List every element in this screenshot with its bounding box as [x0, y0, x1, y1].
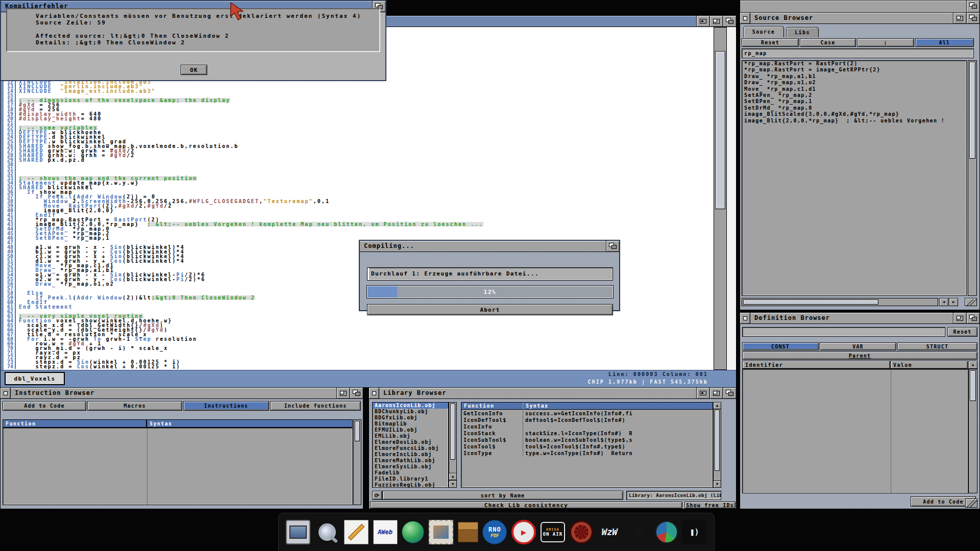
instruction-list[interactable] [3, 428, 353, 505]
sort-by-name-button[interactable]: sort by Name [382, 491, 623, 500]
source-browser-titlebar[interactable]: Source Browser [740, 13, 979, 24]
library-list-item[interactable]: Fadelib [373, 470, 448, 476]
ok-button[interactable]: OK [181, 65, 207, 75]
definition-vscrollbar[interactable] [968, 369, 977, 493]
display-prefs-icon[interactable] [286, 520, 310, 544]
library-list-item[interactable]: ElmoreMathLib.obj [373, 458, 448, 464]
source-result-item[interactable]: Draw_ *rp_map,o1,o2 [742, 80, 966, 86]
library-list-item[interactable]: FileID.library1 [373, 476, 448, 482]
abort-button[interactable]: Abort [367, 304, 613, 315]
tab-const[interactable]: CONST [742, 342, 819, 350]
wzw-tool-icon[interactable]: WzW [597, 520, 622, 544]
scrollbar-thumb[interactable] [969, 62, 975, 159]
code-line[interactable]: 20#display_height= 480 [4, 116, 483, 121]
include-functions-button[interactable]: Include functions [270, 401, 361, 411]
tab-struct[interactable]: STRUCT [897, 342, 977, 350]
library-list-item[interactable]: ElmoreSysLib.obj [373, 464, 448, 470]
source-result-item[interactable]: SetBPen_ *rp_map,1 [742, 98, 966, 105]
depth-gadget[interactable] [723, 16, 736, 27]
source-result-item[interactable]: image_BlitScaled{3,0,0,#gXd,#gYd,*rp_map… [742, 111, 966, 117]
package-box-icon[interactable] [458, 522, 478, 542]
parent-button[interactable]: Parent [742, 352, 977, 360]
depth-gadget[interactable] [723, 388, 736, 398]
definition-browser-titlebar[interactable]: Definition Browser [740, 313, 979, 324]
tab-source[interactable]: Source [743, 26, 784, 37]
scroll-up-arrow[interactable]: ▲ [713, 402, 721, 409]
globe-network-icon[interactable] [402, 521, 424, 543]
function-row[interactable]: IconTool$tool$=IconTool$(Info#,type$) [461, 443, 713, 450]
pie-chart-icon[interactable] [655, 521, 678, 543]
source-result-list[interactable]: *rp_map.RastPort = RastPort(2)*rp_map.Ra… [742, 60, 967, 296]
source-list-hscrollbar[interactable] [742, 298, 938, 306]
case-button[interactable]: Case [800, 38, 856, 47]
column-header-function[interactable]: Function [3, 419, 146, 428]
screen-depth-gadget[interactable] [966, 1, 979, 12]
scrollbar-thumb[interactable] [355, 421, 360, 441]
close-gadget[interactable] [369, 388, 379, 398]
on-air-radio-icon[interactable]: AMIGAON AIR [541, 522, 565, 542]
scrollbar-thumb[interactable] [450, 404, 455, 460]
library-function-list[interactable]: Function Syntax GetIconInfosuccess.w=Get… [461, 402, 713, 488]
function-row[interactable]: IconTypetype.w=IconType(Info#) Return [461, 450, 713, 457]
cycle-gadget-icon[interactable]: ⟳ [372, 491, 382, 500]
instructions-button[interactable]: Instructions [183, 401, 269, 411]
code-line[interactable]: 31 [4, 167, 483, 171]
library-list-item[interactable]: ElmoreFuncsLib.obj [373, 445, 448, 452]
code-line[interactable]: 35SHARED blickwinkel [4, 185, 483, 190]
source-result-item[interactable]: *rp_map.RastPort = RastPort(2) [742, 61, 966, 67]
red-wheel-icon[interactable] [570, 520, 593, 544]
search-tool-icon[interactable] [315, 520, 339, 544]
depth-gadget[interactable] [350, 388, 363, 398]
source-result-item[interactable]: *rp_map.RastPort = image_GetRPPtr{2} [742, 67, 966, 73]
library-list-item[interactable]: ElmoreIncLib.obj [373, 452, 448, 458]
close-gadget[interactable] [740, 313, 750, 323]
macros-button[interactable]: Macros [87, 401, 182, 411]
function-row[interactable]: IconDefTool$deftool$=IconDefTool$(Info#) [461, 417, 713, 423]
code-line[interactable]: 30 [4, 162, 483, 167]
depth-gadget[interactable] [966, 313, 979, 323]
resize-gadget[interactable] [965, 498, 977, 508]
column-header-value[interactable]: Value [890, 361, 968, 369]
source-result-item[interactable]: image_Blit{2,0,0,*rp_map} ; &lt;-- ueble… [742, 118, 966, 124]
filter-input[interactable]: rp_map [742, 48, 974, 58]
source-result-item[interactable]: Move_ *rp_map,c1,d1 [742, 86, 966, 92]
column-header-function[interactable]: Function [461, 403, 523, 410]
code-line[interactable]: 16; -- dimensions of the voxelspace &amp… [4, 98, 483, 103]
compiling-titlebar[interactable]: Compiling... [360, 241, 619, 252]
definition-filter-input[interactable] [742, 327, 945, 337]
library-list-item[interactable]: AaronsIconLib.obj [373, 403, 448, 409]
library-function-vscrollbar[interactable]: ▲ ▼ [713, 402, 721, 488]
add-to-code-button[interactable]: Add to Code [3, 401, 86, 411]
text-editor-icon[interactable] [344, 520, 369, 544]
media-player-icon[interactable]: ▶ [511, 520, 536, 544]
column-header-identifier[interactable]: Identifier [742, 361, 890, 369]
yam-mail-icon[interactable] [429, 520, 453, 544]
iconify-gadget[interactable] [696, 16, 709, 27]
iconify-gadget[interactable] [696, 388, 709, 398]
close-gadget[interactable] [1, 388, 11, 398]
library-list-item[interactable]: FuzziesRegLib.obj [373, 482, 448, 488]
library-list-item[interactable]: ElmoreDosLib.obj [373, 439, 448, 445]
reset-button[interactable]: Reset [947, 327, 977, 337]
resize-gadget[interactable] [965, 298, 977, 306]
show-free-ids-button[interactable]: Show free IDs [684, 502, 736, 509]
library-list-item[interactable]: Bitmaplib [373, 421, 448, 427]
editor-scrollbar-thumb[interactable] [715, 51, 725, 209]
tab-libs[interactable]: Libs [786, 27, 819, 37]
code-line[interactable]: 14XINCLUDE "image_ext.include.ab3" [4, 89, 483, 93]
source-result-item[interactable]: Draw_ *rp_map,a1,b1 [742, 73, 966, 80]
scrollbar-thumb[interactable] [715, 410, 720, 471]
scroll-left-arrow[interactable]: ◀ [939, 298, 948, 306]
depth-gadget[interactable] [966, 13, 979, 23]
scroll-right-arrow[interactable]: ▶ [949, 298, 958, 306]
scroll-down-arrow[interactable]: ▼ [449, 481, 457, 488]
column-header-syntax[interactable]: Syntax [146, 419, 353, 428]
depth-gadget[interactable] [606, 241, 619, 252]
function-row[interactable]: IconInfo [461, 423, 713, 430]
dark-app-icon[interactable]: ❚) [682, 520, 706, 544]
definition-list[interactable] [742, 369, 968, 493]
code-line[interactable]: 40 image_Blit{2,0,0} [4, 208, 483, 213]
rno-pdf-icon[interactable]: RNOPDF [482, 520, 507, 544]
library-list-vscrollbar[interactable]: ▲ ▼ [449, 402, 457, 488]
scroll-up-arrow[interactable]: ▲ [449, 473, 457, 480]
